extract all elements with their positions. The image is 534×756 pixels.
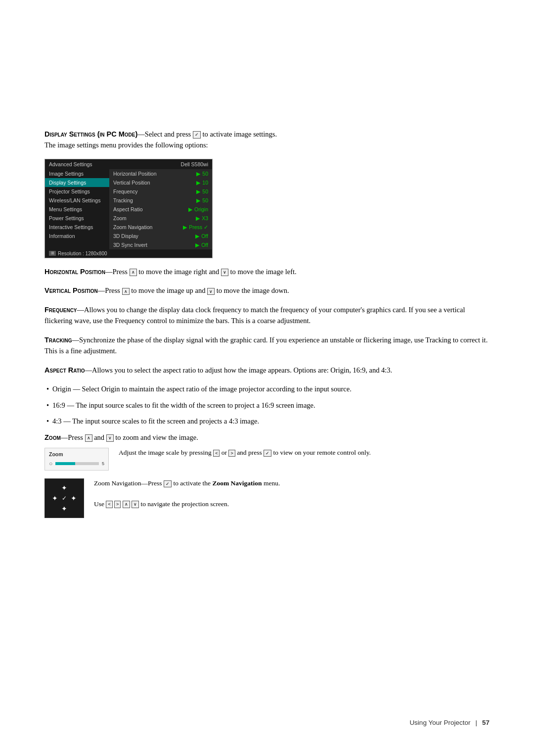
nav-up-btn: ∧ <box>123 501 130 508</box>
nav-up-arrow: ✦ <box>61 484 67 492</box>
bullet-169: 16:9 — The input source scales to fit th… <box>44 400 490 411</box>
menu-item-menu-settings: Menu Settings <box>45 205 109 214</box>
zoom-value: 5 <box>102 461 104 466</box>
menu-right-horizontal: Horizontal Position ▶ 50 <box>109 169 212 178</box>
menu-item-display-settings: Display Settings <box>45 178 109 187</box>
menu-right-3d-sync: 3D Sync Invert ▶ Off <box>109 240 212 249</box>
down-arrow-icon2: ∨ <box>207 288 215 295</box>
display-settings-section: Display Settings (in PC Mode)—Select and… <box>44 129 490 151</box>
zoom-intro: Zoom—Press ∧ and ∨ to zoom and view the … <box>44 432 490 443</box>
zoom-description: Adjust the image scale by pressing < or … <box>119 448 490 458</box>
tracking-heading: Tracking <box>44 336 72 344</box>
nav-left-arrow: ✦ <box>52 494 58 503</box>
horizontal-position-section: Horizontal Position—Press ∧ to move the … <box>44 266 490 277</box>
menu-item-projector-settings: Projector Settings <box>45 187 109 196</box>
nav-down-arrow: ✦ <box>61 505 67 513</box>
zoom-down-icon: ∨ <box>106 434 114 442</box>
zoom-navigation-section: ✦ ✦ ✓ ✦ ✦ Zoom Navigation—Press ✓ to act… <box>44 478 490 518</box>
bullet-origin: Origin — Select Origin to maintain the a… <box>44 383 490 394</box>
zoom-nav-enter-icon: ✓ <box>164 480 172 488</box>
menu-screenshot: Advanced Settings Dell S580wi Image Sett… <box>44 159 213 258</box>
horizontal-heading: Horizontal Position <box>44 268 105 276</box>
menu-left-panel: Image Settings Display Settings Projecto… <box>45 169 109 249</box>
menu-right-zoom: Zoom ▶ X3 <box>109 214 212 223</box>
nav-center-check: ✓ <box>62 495 67 502</box>
bullet-43: 4:3 — The input source scales to fit the… <box>44 416 490 426</box>
vertical-position-section: Vertical Position—Press ∧ to move the im… <box>44 285 490 296</box>
zoom-nav-bold: Zoom Navigation <box>212 479 262 487</box>
menu-footer: ⊞ Resolution : 1280x800 <box>45 249 212 258</box>
resolution-icon: ⊞ <box>49 251 56 256</box>
zoom-bar-background <box>55 462 99 465</box>
page-content: Display Settings (in PC Mode)—Select and… <box>0 99 534 566</box>
menu-item-interactive-settings: Interactive Settings <box>45 223 109 232</box>
menu-right-zoom-nav: Zoom Navigation ▶ Press ✓ <box>109 223 212 232</box>
tracking-text: —Synchronize the phase of the display si… <box>44 336 488 355</box>
enter-button-icon: ✓ <box>193 131 201 139</box>
nav-left-btn: < <box>106 501 112 508</box>
aspect-ratio-section: Aspect Ratio—Allows you to select the as… <box>44 365 490 376</box>
menu-right-panel: Horizontal Position ▶ 50 Vertical Positi… <box>109 169 212 249</box>
menu-header-right: Dell S580wi <box>181 161 208 167</box>
footer-page-number: 57 <box>482 719 490 726</box>
zoom-up-icon: ∧ <box>85 434 92 442</box>
left-arrow-icon: < <box>213 450 220 457</box>
menu-header-left: Advanced Settings <box>49 161 92 167</box>
nav-box: ✦ ✦ ✓ ✦ ✦ <box>44 478 84 518</box>
zoom-heading: Zoom <box>44 433 61 441</box>
zoom-bar-fill <box>55 462 75 465</box>
display-settings-heading: Display Settings (in PC Mode) <box>44 130 137 138</box>
nav-down-btn: ∨ <box>132 501 139 508</box>
menu-item-wireless-settings: Wireless/LAN Settings <box>45 196 109 205</box>
zoom-box: Zoom ○ 5 <box>44 448 109 471</box>
zoom-bar-row: ○ 5 <box>49 460 104 467</box>
nav-right-arrow: ✦ <box>71 494 77 503</box>
menu-right-vertical: Vertical Position ▶ 10 <box>109 178 212 187</box>
footer-section-label: Using Your Projector <box>409 719 470 726</box>
up-arrow-icon: ∧ <box>130 269 137 276</box>
zoom-navigation-text: Zoom Navigation—Press ✓ to activate the … <box>94 478 490 510</box>
footer-separator: | <box>475 719 477 726</box>
aspect-text: —Allows you to select the aspect ratio t… <box>85 366 392 374</box>
menu-item-image-settings: Image Settings <box>45 169 109 178</box>
menu-right-tracking: Tracking ▶ 50 <box>109 196 212 205</box>
menu-header: Advanced Settings Dell S580wi <box>45 159 212 169</box>
enter-icon2: ✓ <box>264 450 271 457</box>
frequency-text: —Allows you to change the display data c… <box>44 306 465 325</box>
menu-right-frequency: Frequency ▶ 50 <box>109 187 212 196</box>
vertical-heading: Vertical Position <box>44 286 98 294</box>
menu-right-aspect: Aspect Ratio ▶ Origin <box>109 205 212 214</box>
down-arrow-icon: ∨ <box>221 269 228 276</box>
zoom-circle-icon: ○ <box>49 460 52 467</box>
nav-row-top: ✦ <box>61 484 67 492</box>
frequency-section: Frequency—Allows you to change the displ… <box>44 304 490 327</box>
menu-body: Image Settings Display Settings Projecto… <box>45 169 212 249</box>
tracking-section: Tracking—Synchronize the phase of the di… <box>44 334 490 357</box>
menu-item-power-settings: Power Settings <box>45 214 109 223</box>
zoom-section: Zoom ○ 5 Adjust the image scale by press… <box>44 448 490 471</box>
aspect-heading: Aspect Ratio <box>44 366 85 374</box>
nav-right-btn: > <box>114 501 121 508</box>
zoom-nav-heading: Zoom Navigation <box>94 479 141 487</box>
zoom-box-title: Zoom <box>49 451 104 457</box>
nav-row-middle: ✦ ✓ ✦ <box>52 494 77 503</box>
right-arrow-icon: > <box>228 450 235 457</box>
page-footer: Using Your Projector | 57 <box>409 719 490 726</box>
up-arrow-icon2: ∧ <box>122 288 130 295</box>
frequency-heading: Frequency <box>44 306 77 314</box>
menu-item-information: Information <box>45 232 109 240</box>
nav-row-bottom: ✦ <box>61 505 67 513</box>
menu-right-3d-display: 3D Display ▶ Off <box>109 232 212 240</box>
menu-resolution: Resolution : 1280x800 <box>58 251 107 256</box>
